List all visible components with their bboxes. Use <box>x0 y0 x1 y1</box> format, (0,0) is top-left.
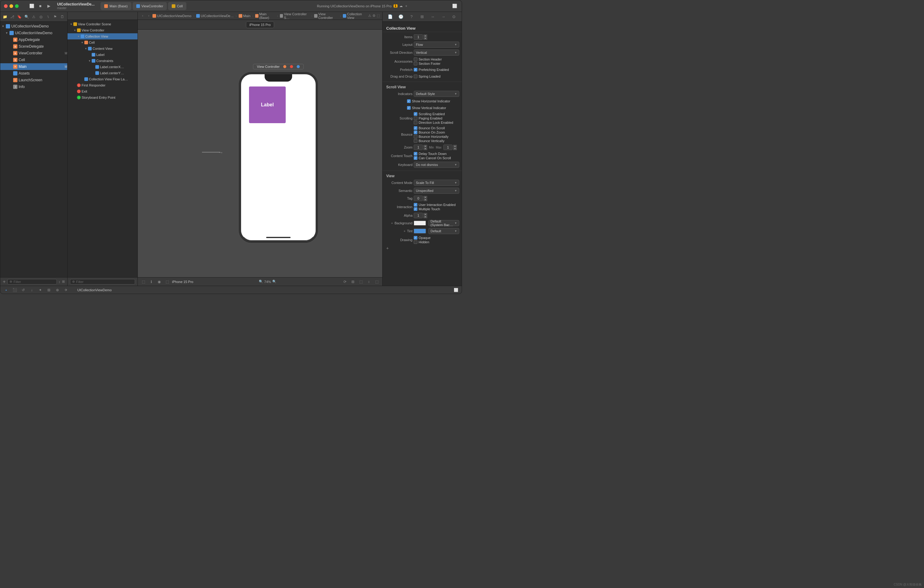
sidebar-item-info[interactable]: ℹ Info <box>0 83 67 90</box>
items-increment[interactable]: ▲ <box>424 35 427 37</box>
section-footer-checkbox[interactable]: Section Footer <box>414 62 442 65</box>
status-tool-arrow[interactable]: ✈ <box>63 287 69 293</box>
alpha-stepper[interactable]: 1 ▲ ▼ <box>414 213 427 218</box>
zoom-stepper[interactable]: 1 ▲ ▼ <box>414 145 427 150</box>
nav-item-center-y[interactable]: Label.centerY… <box>68 70 137 76</box>
nav-item-entry-point[interactable]: → Storyboard Entry Point <box>68 94 137 101</box>
inspector-history-btn[interactable]: 🕐 <box>398 13 404 20</box>
nav-item-exit[interactable]: ⬚ Exit <box>68 88 137 94</box>
hidden-checkbox[interactable]: Hidden <box>414 240 431 244</box>
canvas-right-3[interactable]: ⬚ <box>358 279 364 285</box>
add-group-button[interactable]: ⊞ <box>62 280 65 284</box>
content-mode-dropdown[interactable]: Scale To Fill ▼ <box>414 180 459 186</box>
sidebar-toggle[interactable]: ⬜ <box>28 3 35 10</box>
tag-stepper-btns[interactable]: ▲ ▼ <box>424 196 427 201</box>
report-icon[interactable]: 🗒 <box>59 13 65 20</box>
cancel-scroll-checkbox[interactable]: ✓ Can Cancel On Scroll <box>414 156 451 160</box>
sidebar-item-project-root[interactable]: ▼ UICollectionViewDemo <box>0 23 67 30</box>
canvas-tool-4[interactable]: ⬚ <box>164 279 170 285</box>
canvas-right-5[interactable]: ⬚ <box>374 279 380 285</box>
sidebar-item-assets[interactable]: Assets <box>0 70 67 77</box>
tab-viewcontroller[interactable]: ViewController <box>133 2 167 10</box>
tint-swatch[interactable] <box>414 229 426 233</box>
zoom-out-btn[interactable]: 🔍 <box>259 280 263 284</box>
background-swatch[interactable] <box>414 221 426 226</box>
nav-item-content-view[interactable]: ▼ Content View <box>68 46 137 52</box>
multiple-touch-checkbox[interactable]: ✓ Multiple Touch <box>414 207 455 211</box>
status-tool-add[interactable]: ⊕ <box>54 287 61 293</box>
nav-item-first-responder[interactable]: 1 First Responder <box>68 82 137 88</box>
zoom-stepper-btns[interactable]: ▲ ▼ <box>424 145 427 150</box>
zoom-inc[interactable]: ▲ <box>424 145 427 147</box>
canvas-right-4[interactable]: ↕ <box>366 279 372 285</box>
inspector-help-btn[interactable]: ? <box>408 13 415 20</box>
nav-item-center-x[interactable]: Label.centerX… <box>68 64 137 70</box>
indicators-dropdown[interactable]: Default Style ▼ <box>414 91 459 97</box>
bc-expand-icon[interactable]: ⬚ <box>377 14 380 18</box>
items-stepper-btns[interactable]: ▲ ▼ <box>424 35 427 40</box>
canvas-tool-2[interactable]: ℹ <box>148 279 154 285</box>
items-decrement[interactable]: ▼ <box>424 37 427 40</box>
scroll-dir-dropdown[interactable]: Vertical ▼ <box>414 50 459 56</box>
nav-back[interactable]: ‹ <box>140 13 145 18</box>
scroll-enabled-checkbox[interactable]: ✓ Scrolling Enabled <box>414 112 453 116</box>
bounce-zoom-checkbox[interactable]: ✓ Bounce On Zoom <box>414 130 449 134</box>
add-button[interactable]: ＋ <box>404 4 408 8</box>
canvas-tool-1[interactable]: ⬚ <box>140 279 146 285</box>
canvas-right-1[interactable]: ⟳ <box>342 279 348 285</box>
status-tool-rotate[interactable]: ↺ <box>20 287 26 293</box>
alpha-inc[interactable]: ▲ <box>424 213 427 215</box>
nav-item-constraints[interactable]: ▼ Constraints <box>68 58 137 64</box>
zoom-in-btn[interactable]: 🔍 <box>272 280 277 284</box>
status-tool-lines[interactable]: ⬛ <box>11 287 18 293</box>
maximize-button[interactable] <box>15 4 19 8</box>
tag-stepper[interactable]: 0 ▲ ▼ <box>414 196 427 201</box>
stop-button[interactable]: ■ <box>37 3 44 10</box>
zoom-max-inc[interactable]: ▲ <box>453 145 457 147</box>
prefetch-checkbox[interactable]: ✓ Prefetching Enabled <box>414 68 449 71</box>
inspector-connections-btn[interactable]: → <box>440 13 447 20</box>
debug-icon[interactable]: ⑊ <box>45 13 51 20</box>
tint-dropdown[interactable]: Default ▼ <box>428 228 459 234</box>
direction-lock-checkbox[interactable]: Direction Lock Enabled <box>414 121 453 124</box>
nav-forward[interactable]: › <box>146 13 151 18</box>
zoom-max-stepper[interactable]: 1 ▲ ▼ <box>443 145 457 150</box>
tag-inc[interactable]: ▲ <box>424 196 427 198</box>
file-filter-input[interactable]: ⊕ Filter <box>7 279 56 284</box>
nav-item-label[interactable]: L Label <box>68 52 137 58</box>
sidebar-item-launchscreen[interactable]: ✕ LaunchScreen <box>0 77 67 83</box>
bookmark-icon[interactable]: 🔖 <box>16 13 22 20</box>
folder-icon[interactable]: 📁 <box>2 13 8 20</box>
sidebar-item-cell[interactable]: S Cell <box>0 56 67 63</box>
add-file-button[interactable]: + <box>3 279 5 284</box>
bounce-v-checkbox[interactable]: Bounce Vertically <box>414 139 449 143</box>
panel-right-toggle[interactable]: ⬜ <box>452 287 459 293</box>
nav-item-flow-layout[interactable]: Collection View Flow La… <box>68 76 137 82</box>
nav-item-cell[interactable]: ▼ Cell <box>68 40 137 46</box>
add-property-btn[interactable]: + <box>385 246 390 251</box>
canvas-right-2[interactable]: ⊞ <box>350 279 356 285</box>
search-nav-icon[interactable]: 🔍 <box>23 13 29 20</box>
tab-cell[interactable]: Cell <box>168 2 186 10</box>
status-tool-rect[interactable]: ▪ <box>3 287 10 293</box>
minimize-button[interactable] <box>10 4 13 8</box>
items-stepper[interactable]: 1 ▲ ▼ <box>414 34 427 40</box>
layout-dropdown[interactable]: Flow ▼ <box>414 41 459 48</box>
sidebar-item-appdelegate[interactable]: S AppDelegate <box>0 36 67 43</box>
zoom-max-dec[interactable]: ▼ <box>453 148 457 150</box>
nav-item-vc[interactable]: ▼ View Controller <box>68 27 137 33</box>
keyboard-dropdown[interactable]: Do not dismiss ▼ <box>414 162 459 168</box>
sidebar-item-scenedelegate[interactable]: S SceneDelegate <box>0 43 67 50</box>
status-tool-star[interactable]: ✦ <box>37 287 44 293</box>
show-v-checkbox[interactable]: ✓ Show Vertical Indicator <box>407 106 446 110</box>
show-h-checkbox[interactable]: ✓ Show Horizontal Indicator <box>407 99 450 103</box>
status-tool-grid[interactable]: ⊞ <box>46 287 52 293</box>
drag-drop-checkbox[interactable]: Spring Loaded <box>414 74 441 78</box>
inspector-toggle[interactable]: ⬜ <box>451 3 458 10</box>
source-control-icon[interactable]: ⎇ <box>9 13 15 20</box>
semantic-dropdown[interactable]: Unspecified ▼ <box>414 188 459 194</box>
tag-dec[interactable]: ▼ <box>424 199 427 201</box>
zoom-max-stepper-btns[interactable]: ▲ ▼ <box>453 145 457 150</box>
canvas-tool-3[interactable]: ◉ <box>156 279 162 285</box>
paging-checkbox[interactable]: Paging Enabled <box>414 116 453 120</box>
